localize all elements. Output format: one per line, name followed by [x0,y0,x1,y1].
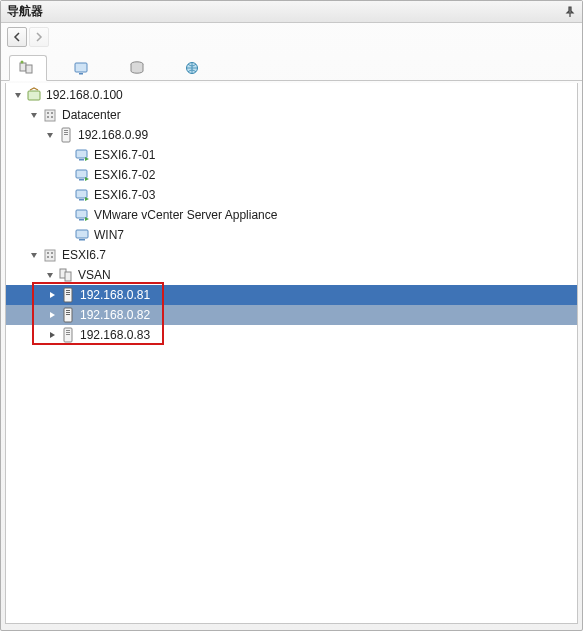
svg-rect-3 [75,63,87,72]
svg-rect-39 [66,310,70,311]
svg-rect-22 [79,199,84,201]
svg-rect-4 [79,73,83,75]
panel-header: 导航器 [1,1,582,23]
vm-running-icon [74,207,90,223]
tree-node-vcenter[interactable]: 192.168.0.100 [6,85,577,105]
tree-node-vm[interactable]: VMware vCenter Server Appliance [6,205,577,225]
datacenter-icon [42,107,58,123]
svg-rect-15 [64,132,68,133]
host-icon [60,307,76,323]
tree-label: ESXI6.7-01 [94,148,155,162]
vcenter-icon [26,87,42,103]
svg-rect-31 [51,256,53,258]
svg-rect-28 [47,252,49,254]
svg-rect-41 [66,314,70,315]
svg-rect-33 [65,272,71,281]
expand-icon[interactable] [46,289,58,301]
forward-button[interactable] [29,27,49,47]
collapse-icon[interactable] [44,129,56,141]
svg-rect-10 [51,112,53,114]
vm-running-icon [74,147,90,163]
storage-icon [129,60,145,76]
svg-rect-27 [45,250,55,261]
host-icon [60,327,76,343]
tree-node-host[interactable]: 192.168.0.99 [6,125,577,145]
tree-node-datacenter[interactable]: ESXI6.7 [6,245,577,265]
tree-label: 192.168.0.82 [80,308,150,322]
tab-storage[interactable] [120,55,158,81]
svg-rect-26 [79,239,85,241]
expand-icon[interactable] [46,309,58,321]
svg-rect-11 [47,116,49,118]
svg-rect-43 [66,330,70,331]
svg-rect-37 [66,294,70,295]
tree-label: 192.168.0.100 [46,88,123,102]
svg-rect-16 [64,134,68,135]
collapse-icon[interactable] [28,249,40,261]
svg-rect-44 [66,332,70,333]
tree-node-host[interactable]: 192.168.0.83 [6,325,577,345]
host-icon [60,287,76,303]
svg-rect-30 [47,256,49,258]
tab-networking[interactable] [175,55,213,81]
vm-running-icon [74,187,90,203]
svg-rect-20 [79,179,84,181]
tree-node-vm[interactable]: ESXI6.7-03 [6,185,577,205]
back-button[interactable] [7,27,27,47]
svg-rect-14 [64,130,68,131]
svg-rect-17 [76,150,87,158]
svg-rect-36 [66,292,70,293]
panel-title: 导航器 [7,3,43,20]
svg-rect-8 [45,110,55,121]
svg-rect-19 [76,170,87,178]
expand-icon[interactable] [46,329,58,341]
tree-label: WIN7 [94,228,124,242]
tree-container: 192.168.0.100 Datacenter [5,83,578,624]
collapse-icon[interactable] [44,269,56,281]
tree-node-host[interactable]: 192.168.0.82 [6,305,577,325]
tree-node-datacenter[interactable]: Datacenter [6,105,577,125]
tree-label: 192.168.0.99 [78,128,148,142]
vms-templates-icon [73,60,89,76]
collapse-icon[interactable] [28,109,40,121]
svg-rect-35 [66,290,70,291]
vm-running-icon [74,167,90,183]
tree-node-host[interactable]: 192.168.0.81 [6,285,577,305]
tree-node-cluster[interactable]: VSAN [6,265,577,285]
tree-label: ESXI6.7 [62,248,106,262]
tree-label: Datacenter [62,108,121,122]
navigator-panel: 导航器 [0,0,583,631]
svg-rect-21 [76,190,87,198]
inventory-tree: 192.168.0.100 Datacenter [6,83,577,345]
svg-rect-23 [76,210,87,218]
collapse-icon[interactable] [12,89,24,101]
datacenter-icon [42,247,58,263]
svg-rect-25 [76,230,88,238]
svg-rect-40 [66,312,70,313]
tree-node-vm[interactable]: ESXI6.7-01 [6,145,577,165]
svg-rect-18 [79,159,84,161]
pin-icon[interactable] [564,6,576,18]
svg-rect-45 [66,334,70,335]
tree-label: ESXI6.7-03 [94,188,155,202]
tab-hosts-clusters[interactable] [9,55,47,81]
svg-point-2 [21,61,24,64]
tree-label: ESXI6.7-02 [94,168,155,182]
tree-label: 192.168.0.83 [80,328,150,342]
tree-label: VMware vCenter Server Appliance [94,208,277,222]
tree-label: VSAN [78,268,111,282]
hosts-clusters-icon [18,60,34,76]
tree-node-vm[interactable]: ESXI6.7-02 [6,165,577,185]
networking-icon [184,60,200,76]
tab-vms-templates[interactable] [64,55,102,81]
svg-rect-12 [51,116,53,118]
svg-rect-9 [47,112,49,114]
svg-rect-1 [26,65,32,73]
svg-rect-7 [28,91,40,100]
tree-label: 192.168.0.81 [80,288,150,302]
svg-rect-29 [51,252,53,254]
tree-node-vm[interactable]: WIN7 [6,225,577,245]
inventory-tabs [1,51,582,81]
vm-icon [74,227,90,243]
host-icon [58,127,74,143]
